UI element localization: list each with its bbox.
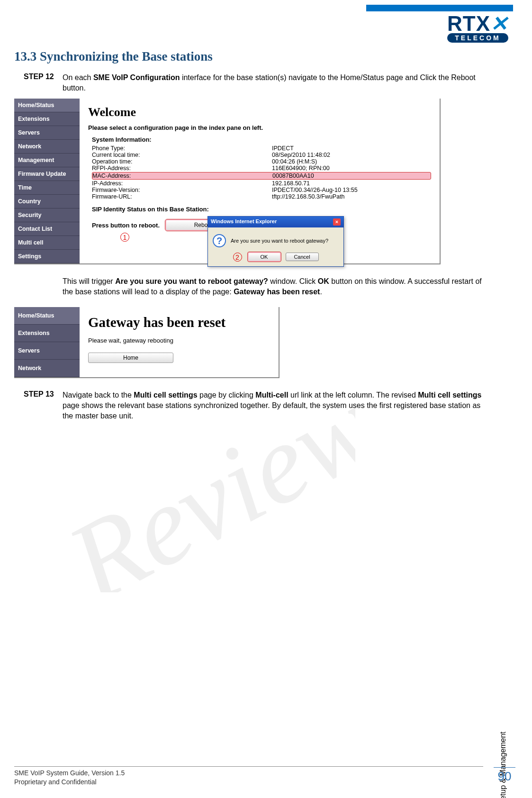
nav-item-network[interactable]: Network: [14, 360, 80, 377]
home-button[interactable]: Home: [88, 353, 173, 363]
nav-item-time[interactable]: Time: [14, 181, 80, 195]
section-heading: 13.3 Synchronizing the Base stations: [14, 49, 488, 64]
footer: SME VoIP System Guide, Version 1.5 Propr…: [14, 766, 483, 787]
info-row: RFPI-Address:116E604900; RPN:00: [92, 165, 431, 172]
nav-item-extensions[interactable]: Extensions: [14, 112, 80, 126]
header-accent-bar: [366, 5, 513, 11]
page-number: 90: [494, 767, 515, 784]
ok-button[interactable]: OK: [248, 252, 281, 262]
info-row: Phone Type:IPDECT: [92, 145, 431, 152]
step-text: Navigate back to the Multi cell settings…: [63, 390, 488, 421]
dialog-titlebar: Windows Internet Explorer ×: [208, 217, 343, 227]
step-12: STEP 12 On each SME VoIP Configuration i…: [14, 73, 488, 93]
nav-item-security[interactable]: Security: [14, 209, 80, 222]
system-info-heading: System Information:: [92, 136, 431, 143]
question-icon: ?: [213, 234, 226, 247]
nav-item-contact-list[interactable]: Contact List: [14, 222, 80, 236]
reboot-label: Press button to reboot.: [92, 222, 160, 229]
nav-item-home-status[interactable]: Home/Status: [14, 99, 80, 112]
sip-identity-heading: SIP Identity Status on this Base Station…: [92, 206, 431, 213]
system-info-table: Phone Type:IPDECT Current local time:08/…: [92, 145, 431, 200]
info-row: Operation time:00:04:26 (H:M:S): [92, 158, 431, 165]
instruction-text: Please select a configuration page in th…: [88, 124, 431, 131]
info-row: Firmware-Version:IPDECT/00.34//26-Aug-10…: [92, 187, 431, 193]
nav-item-extensions[interactable]: Extensions: [14, 325, 80, 342]
step-label: STEP 12: [24, 73, 56, 93]
welcome-screenshot: Home/Status Extensions Servers Network M…: [14, 99, 441, 264]
gateway-reset-screenshot: Home/Status Extensions Servers Network G…: [14, 307, 280, 378]
nav-item-firmware-update[interactable]: Firmware Update: [14, 167, 80, 181]
step-text: On each SME VoIP Configuration interface…: [63, 73, 488, 93]
after-shot1-text: This will trigger Are you sure you want …: [14, 276, 488, 297]
nav-sidebar: Home/Status Extensions Servers Network: [14, 307, 80, 377]
nav-item-servers[interactable]: Servers: [14, 126, 80, 140]
info-row: Current local time:08/Sep/2010 11:48:02: [92, 152, 431, 158]
nav-sidebar: Home/Status Extensions Servers Network M…: [14, 99, 80, 263]
brand-logo: RTX✕ TELECOM: [447, 14, 508, 43]
info-row-mac-highlight: MAC-Address:00087B00AA10: [92, 172, 431, 180]
step-label: STEP 13: [24, 390, 56, 421]
info-row: IP-Address:192.168.50.71: [92, 180, 431, 187]
close-icon[interactable]: ×: [333, 218, 341, 226]
nav-item-servers[interactable]: Servers: [14, 342, 80, 360]
confirm-dialog: Windows Internet Explorer × ? Are you su…: [207, 216, 344, 267]
step-13: STEP 13 Navigate back to the Multi cell …: [14, 390, 488, 421]
nav-item-country[interactable]: Country: [14, 195, 80, 209]
wait-text: Please wait, gateway rebooting: [88, 337, 270, 344]
nav-item-multi-cell[interactable]: Multi cell: [14, 236, 80, 250]
dialog-message: Are you sure you want to reboot gateway?: [231, 238, 328, 244]
info-row: Firmware-URL:tftp://192.168.50.3/FwuPath: [92, 193, 431, 200]
annotation-2: 2: [233, 253, 242, 262]
chapter-side-label: Chapter: Multi-cell Setup & Management: [499, 732, 507, 798]
nav-item-settings[interactable]: Settings: [14, 250, 80, 263]
cancel-button[interactable]: Cancel: [286, 253, 319, 261]
page-title: Welcome: [88, 105, 431, 119]
nav-item-network[interactable]: Network: [14, 140, 80, 154]
nav-item-home-status[interactable]: Home/Status: [14, 307, 80, 325]
page-title: Gateway has been reset: [88, 315, 270, 330]
nav-item-management[interactable]: Management: [14, 154, 80, 167]
main-panel: Welcome Please select a configuration pa…: [80, 99, 440, 263]
